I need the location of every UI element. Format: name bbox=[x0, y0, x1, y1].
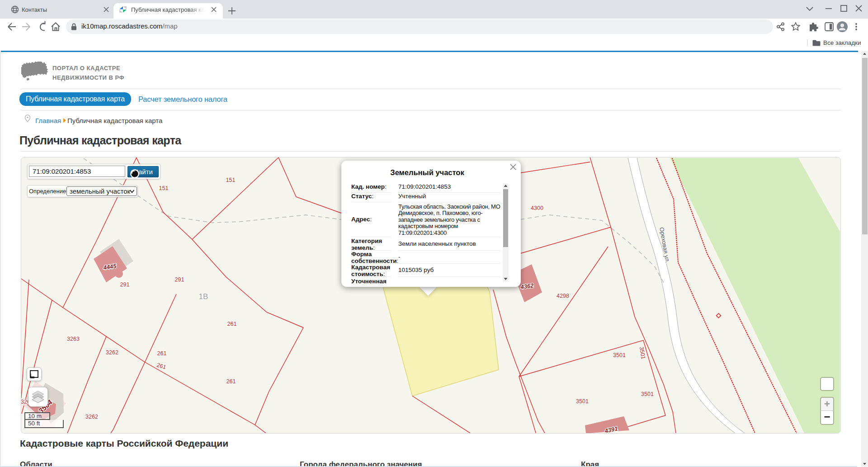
svg-text:4298: 4298 bbox=[557, 293, 569, 299]
svg-text:3262: 3262 bbox=[85, 414, 98, 420]
svg-text:3263: 3263 bbox=[67, 336, 80, 342]
svg-text:3501: 3501 bbox=[613, 352, 626, 358]
svg-text:3262: 3262 bbox=[106, 349, 118, 356]
svg-text:261: 261 bbox=[226, 378, 236, 385]
svg-text:3501: 3501 bbox=[576, 398, 589, 405]
svg-text:151: 151 bbox=[159, 185, 169, 191]
svg-text:4300: 4300 bbox=[531, 205, 543, 211]
svg-text:261: 261 bbox=[157, 350, 167, 357]
svg-text:3501: 3501 bbox=[641, 391, 654, 397]
svg-text:291: 291 bbox=[120, 281, 130, 288]
svg-text:291: 291 bbox=[175, 276, 184, 283]
svg-text:261: 261 bbox=[227, 321, 237, 327]
svg-text:151: 151 bbox=[226, 177, 236, 183]
svg-text:1В: 1В bbox=[199, 292, 208, 301]
